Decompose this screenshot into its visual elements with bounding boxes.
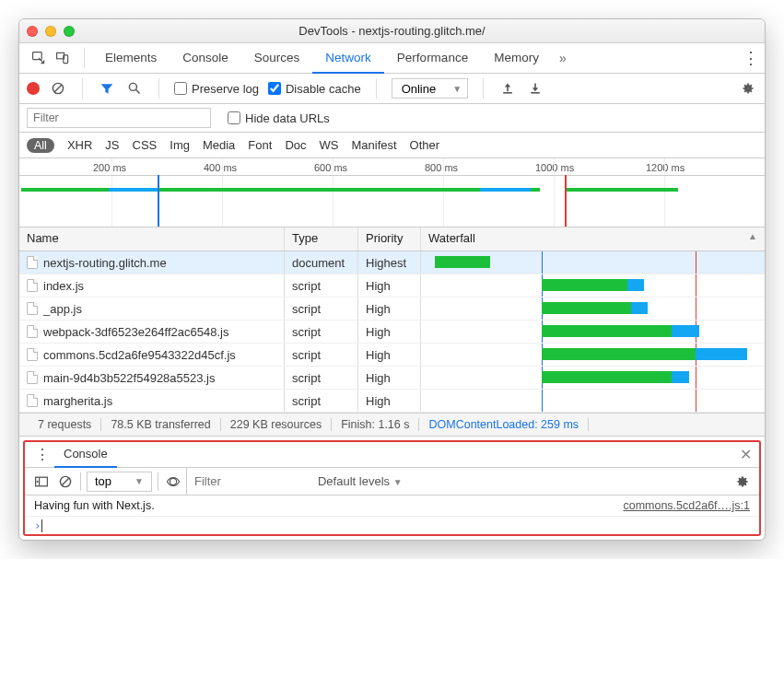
devtools-window: DevTools - nextjs-routing.glitch.me/ Ele…	[18, 18, 766, 541]
window-title: DevTools - nextjs-routing.glitch.me/	[19, 24, 765, 38]
drawer-menu-icon[interactable]: ⋮	[32, 446, 51, 463]
request-name: _app.js	[43, 302, 82, 316]
svg-line-4	[54, 85, 62, 92]
table-row[interactable]: main-9d4b3b522f54928a5523.jsscriptHigh	[19, 367, 765, 390]
tab-network[interactable]: Network	[312, 43, 384, 74]
table-row[interactable]: webpack-3df6523e264ff2ac6548.jsscriptHig…	[19, 321, 765, 344]
console-drawer-highlight: ⋮ Console ✕ top ▼ Default levels ▼	[23, 440, 761, 536]
status-resources: 229 KB resources	[221, 418, 332, 431]
type-font[interactable]: Font	[248, 138, 272, 152]
col-type[interactable]: Type	[285, 227, 358, 251]
log-levels-dropdown[interactable]: Default levels ▼	[318, 474, 403, 488]
request-priority: High	[358, 274, 421, 297]
overview-chart[interactable]: 200 ms 400 ms 600 ms 800 ms 1000 ms 1200…	[19, 158, 765, 227]
table-row[interactable]: commons.5cd2a6fe9543322d45cf.jsscriptHig…	[19, 344, 765, 367]
file-icon	[27, 348, 38, 361]
svg-point-5	[129, 83, 136, 90]
col-priority[interactable]: Priority	[358, 227, 421, 251]
throttling-dropdown[interactable]: Online ▼	[392, 78, 468, 99]
request-name: commons.5cd2a6fe9543322d45cf.js	[43, 348, 236, 362]
tab-performance[interactable]: Performance	[384, 43, 481, 74]
request-name: webpack-3df6523e264ff2ac6548.js	[43, 325, 228, 339]
tab-sources[interactable]: Sources	[241, 43, 313, 74]
drawer-tab-console[interactable]: Console	[54, 442, 117, 468]
waterfall-cell	[421, 321, 765, 343]
drawer-toolbar: top ▼ Default levels ▼	[25, 468, 759, 495]
throttling-label: Online	[402, 82, 437, 96]
tab-console[interactable]: Console	[170, 43, 241, 74]
file-icon	[27, 325, 38, 338]
request-priority: High	[358, 367, 421, 389]
titlebar: DevTools - nextjs-routing.glitch.me/	[19, 19, 765, 43]
waterfall-cell	[421, 297, 765, 320]
overview-tick: 200 ms	[93, 162, 126, 173]
console-clear-icon[interactable]	[56, 472, 75, 491]
svg-rect-0	[33, 52, 42, 60]
svg-point-13	[170, 478, 176, 484]
waterfall-cell	[421, 367, 765, 389]
tab-memory[interactable]: Memory	[481, 43, 552, 74]
console-filter-input[interactable]	[194, 474, 305, 488]
network-table-header: Name Type Priority Waterfall▲	[19, 227, 765, 251]
upload-har-icon[interactable]	[498, 79, 517, 98]
svg-line-6	[136, 90, 140, 94]
preserve-log-checkbox[interactable]: Preserve log	[174, 82, 259, 96]
type-img[interactable]: Img	[170, 138, 190, 152]
col-name[interactable]: Name	[19, 227, 285, 251]
load-marker	[565, 175, 567, 227]
col-waterfall[interactable]: Waterfall▲	[421, 227, 765, 251]
console-prompt[interactable]: ›	[25, 516, 759, 534]
type-all[interactable]: All	[27, 138, 54, 153]
more-tabs-icon[interactable]: »	[552, 51, 574, 65]
file-icon	[27, 394, 38, 407]
disable-cache-checkbox[interactable]: Disable cache	[268, 82, 361, 96]
inspect-icon[interactable]	[30, 50, 47, 66]
type-media[interactable]: Media	[203, 138, 235, 152]
request-priority: High	[358, 390, 421, 412]
log-source-link[interactable]: commons.5cd2a6f….js:1	[623, 499, 750, 512]
console-sidebar-icon[interactable]	[32, 472, 51, 491]
file-icon	[27, 371, 38, 384]
hide-data-urls-label: Hide data URLs	[245, 111, 330, 125]
live-expression-icon[interactable]	[164, 472, 182, 491]
type-doc[interactable]: Doc	[285, 138, 306, 152]
download-har-icon[interactable]	[526, 79, 544, 98]
filter-input[interactable]	[27, 108, 211, 128]
waterfall-cell	[421, 274, 765, 297]
panel-tabs: Elements Console Sources Network Perform…	[19, 43, 765, 74]
file-icon	[27, 302, 38, 315]
request-priority: Highest	[358, 251, 421, 274]
status-transferred: 78.5 KB transferred	[101, 418, 220, 431]
hide-data-urls-checkbox[interactable]: Hide data URLs	[228, 111, 330, 125]
type-other[interactable]: Other	[410, 138, 440, 152]
record-button[interactable]	[27, 82, 40, 95]
dcl-marker	[158, 175, 159, 227]
search-icon[interactable]	[125, 79, 144, 98]
type-ws[interactable]: WS	[320, 138, 339, 152]
type-css[interactable]: CSS	[133, 138, 158, 152]
table-row[interactable]: margherita.jsscriptHigh	[19, 390, 765, 413]
gear-icon[interactable]	[739, 79, 757, 98]
status-count: 7 requests	[29, 418, 101, 431]
clear-icon[interactable]	[49, 79, 67, 98]
tab-elements[interactable]: Elements	[92, 43, 170, 74]
drawer-close-icon[interactable]: ✕	[740, 446, 752, 463]
type-xhr[interactable]: XHR	[67, 138, 92, 152]
table-row[interactable]: nextjs-routing.glitch.medocumentHighest	[19, 251, 765, 274]
overview-tick: 600 ms	[314, 162, 347, 173]
table-row[interactable]: index.jsscriptHigh	[19, 274, 765, 297]
console-gear-icon[interactable]	[733, 472, 752, 491]
request-priority: High	[358, 344, 421, 366]
request-type: document	[285, 251, 358, 274]
type-js[interactable]: JS	[105, 138, 119, 152]
filter-icon[interactable]	[98, 79, 116, 98]
filter-bar: Hide data URLs	[19, 104, 765, 133]
table-row[interactable]: _app.jsscriptHigh	[19, 297, 765, 321]
context-selector[interactable]: top ▼	[87, 472, 152, 492]
overview-tick: 1000 ms	[535, 162, 574, 173]
device-toggle-icon[interactable]	[54, 50, 71, 66]
type-manifest[interactable]: Manifest	[351, 138, 396, 152]
waterfall-cell	[421, 390, 765, 412]
settings-menu-icon[interactable]: ⋮	[741, 48, 759, 68]
overview-tick: 400 ms	[204, 162, 237, 173]
